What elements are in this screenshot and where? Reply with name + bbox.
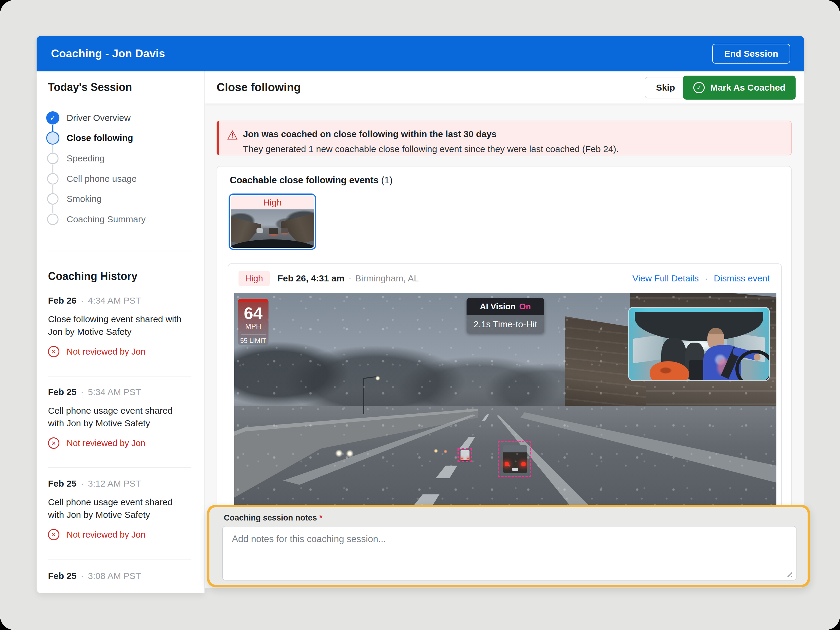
dismiss-event-link[interactable]: Dismiss event [714, 273, 770, 284]
banner-title: Jon was coached on close following withi… [243, 129, 496, 139]
notes-label: Coaching session notes [224, 513, 317, 522]
speed-value: 64 [238, 304, 268, 322]
time-to-hit-value: 2.1s Time-to-Hit [466, 315, 545, 333]
app-window: Coaching - Jon Davis End Session Today's… [0, 0, 840, 630]
history-entry: Feb 26 · 4:34 AM PST Close following eve… [48, 295, 196, 385]
dot-separator: · [81, 478, 84, 489]
driver-camera-inset [628, 307, 770, 381]
not-reviewed-icon: ✕ [48, 529, 59, 540]
speed-unit: MPH [238, 322, 268, 330]
check-icon: ✓ [50, 114, 56, 122]
history-separator [48, 559, 191, 559]
thumbnail-image [231, 209, 314, 248]
sidebar-item-close-following[interactable]: Close following [66, 133, 133, 143]
events-card-title-row: Coachable close following events (1) [230, 175, 393, 186]
step-icon-driver-overview[interactable]: ✓ [46, 111, 59, 125]
sidebar-item-speeding[interactable]: Speeding [66, 153, 105, 164]
main-header: Close following Skip ✓ Mark As Coached [205, 71, 804, 104]
inset-side-window [633, 335, 663, 363]
sidebar: Today's Session ✓ Driver Overview Close … [36, 71, 205, 593]
history-description: Cell phone usage event shared with Jon b… [48, 496, 189, 521]
ai-vision-label: AI Vision [480, 302, 515, 311]
history-date-row: Feb 25 · 5:34 AM PST [48, 387, 196, 397]
history-separator [48, 467, 191, 468]
history-status: ✕ Not reviewed by Jon [48, 437, 145, 449]
app-header: Coaching - Jon Davis End Session [36, 36, 804, 71]
warning-icon: ⚠ [227, 128, 238, 142]
history-status-text: Not reviewed by Jon [66, 347, 145, 357]
coaching-notes-input[interactable] [222, 526, 796, 581]
dot-separator: · [81, 387, 84, 397]
mark-as-coached-button[interactable]: ✓ Mark As Coached [683, 76, 796, 99]
step-icon-coaching-summary[interactable] [47, 213, 58, 225]
check-circle-icon: ✓ [693, 82, 705, 93]
history-separator [48, 376, 191, 376]
history-description: Cell phone usage event shared with Jon b… [48, 404, 189, 429]
section-title: Close following [216, 71, 301, 104]
todays-session-heading: Today's Session [48, 81, 132, 93]
speed-limit: 55 LIMIT [238, 337, 268, 345]
history-status: ✕ Not reviewed by Jon [48, 529, 145, 540]
ai-vision-header: AI Vision On [466, 298, 545, 315]
skip-button[interactable]: Skip [645, 77, 687, 98]
not-reviewed-icon: ✕ [48, 346, 59, 357]
ai-vision-overlay: AI Vision On 2.1s Time-to-Hit [466, 298, 545, 333]
history-status-text: Not reviewed by Jon [66, 530, 145, 540]
speed-overlay: 64 MPH 55 LIMIT [238, 299, 268, 345]
event-location: Birmingham, AL [355, 273, 419, 284]
sidebar-item-driver-overview[interactable]: Driver Overview [66, 113, 131, 123]
history-time: 3:12 AM PST [88, 478, 141, 489]
event-actions: View Full Details · Dismiss event [632, 273, 770, 284]
step-connector [52, 205, 54, 213]
event-datetime: Feb 26, 4:31 am [278, 273, 344, 284]
history-date-row: Feb 25 · 3:08 AM PST [48, 571, 196, 581]
history-time: 5:34 AM PST [88, 387, 141, 397]
dot-separator: · [705, 273, 708, 284]
sidebar-item-cell-phone-usage[interactable]: Cell phone usage [66, 174, 137, 184]
event-thumbnail[interactable]: High [229, 194, 316, 250]
history-date-row: Feb 25 · 3:12 AM PST [48, 478, 196, 489]
dash-separator: - [349, 273, 352, 284]
step-icon-cell-phone-usage[interactable] [47, 173, 58, 185]
events-count: (1) [381, 175, 393, 185]
thumbnail-vehicle [281, 228, 288, 234]
notes-label-row: Coaching session notes* [224, 513, 322, 523]
mark-as-coached-label: Mark As Coached [710, 82, 785, 93]
step-connector [52, 125, 54, 132]
cross-icon: ✕ [51, 531, 56, 538]
thumbnail-severity-strip: High [231, 196, 314, 209]
not-reviewed-icon: ✕ [48, 437, 59, 449]
severity-badge: High [238, 271, 270, 286]
coaching-notes-panel: Coaching session notes* [207, 505, 810, 587]
step-connector [52, 164, 54, 173]
history-time: 3:08 AM PST [88, 571, 141, 581]
history-date: Feb 25 [48, 478, 76, 489]
step-icon-smoking[interactable] [47, 193, 58, 205]
step-icon-speeding[interactable] [47, 153, 58, 164]
history-time: 4:34 AM PST [88, 295, 141, 306]
step-connector [52, 185, 54, 193]
history-entry: Feb 25 · 3:12 AM PST Cell phone usage ev… [48, 478, 196, 568]
step-connector [52, 145, 54, 153]
events-card-title: Coachable close following events [230, 175, 379, 185]
sidebar-item-coaching-summary[interactable]: Coaching Summary [66, 214, 145, 224]
page-title: Coaching - Jon Davis [51, 36, 165, 71]
end-session-button[interactable]: End Session [712, 44, 790, 63]
dot-separator: · [81, 571, 84, 581]
view-full-details-link[interactable]: View Full Details [632, 273, 699, 284]
sidebar-item-smoking[interactable]: Smoking [66, 194, 102, 204]
sidebar-divider [48, 251, 193, 251]
coached-recently-banner: ⚠ Jon was coached on close following wit… [216, 121, 792, 155]
history-date: Feb 26 [48, 295, 76, 306]
history-status: ✕ Not reviewed by Jon [48, 346, 145, 357]
dot-separator: · [81, 295, 84, 306]
history-entry: Feb 25 · 5:34 AM PST Cell phone usage ev… [48, 387, 196, 477]
cross-icon: ✕ [51, 348, 56, 355]
dashcam-video[interactable]: 64 MPH 55 LIMIT AI Vision On 2.1s Time-t… [234, 293, 777, 506]
history-description: Close following event shared with Jon by… [48, 313, 189, 338]
coaching-history-heading: Coaching History [48, 270, 137, 283]
step-icon-close-following[interactable] [46, 131, 59, 145]
history-status-text: Not reviewed by Jon [66, 438, 145, 448]
session-stepper: ✓ Driver Overview Close following Speedi… [36, 107, 204, 275]
speed-divider [241, 334, 266, 335]
